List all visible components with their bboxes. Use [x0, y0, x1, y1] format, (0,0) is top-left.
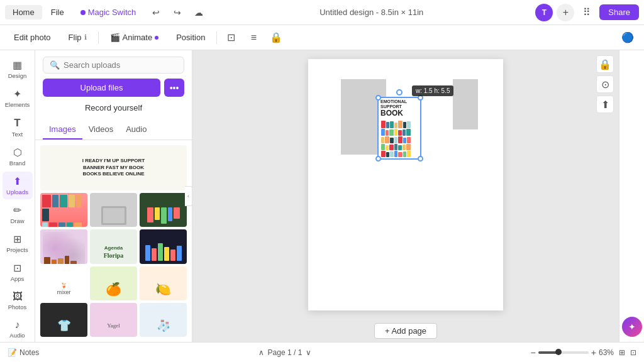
animate-active-dot [155, 36, 158, 40]
undo-button[interactable]: ↩ [147, 4, 165, 21]
handle-tl[interactable] [375, 95, 381, 101]
bookmark-text-line3: BOOK [380, 109, 418, 118]
status-center: ∧ Page 1 / 1 ∨ [258, 348, 312, 357]
chevron-up-icon[interactable]: ∧ [258, 348, 264, 357]
chevron-down-icon[interactable]: ∨ [306, 348, 311, 357]
status-right: − + 63% ⊞ ⊡ [531, 348, 636, 358]
bookmark-element-selected[interactable]: EMOTIONAL SUPPORT BOOK [377, 97, 421, 160]
tab-videos[interactable]: Videos [82, 120, 120, 140]
cloud-save-icon[interactable]: ☁ [190, 4, 208, 21]
bookmark-text-line1: EMOTIONAL [380, 99, 418, 104]
list-item[interactable]: AgendaFloripa [90, 229, 137, 263]
tab-file[interactable]: File [43, 5, 72, 19]
search-icon: 🔍 [50, 60, 60, 70]
tool-draw[interactable]: ✏ Draw [3, 200, 33, 228]
topbar-right: T + ⠿ Share [535, 4, 639, 21]
design-icon: ▦ [13, 59, 22, 71]
zoom-slider[interactable] [538, 351, 589, 354]
status-bar: 📝 Notes ∧ Page 1 / 1 ∨ − + 63% ⊞ ⊡ [0, 342, 644, 362]
tool-audio[interactable]: ♪ Audio [3, 315, 33, 342]
tabs-row: Images Videos Audio [35, 120, 192, 140]
resize-tooltip: w: 1.5 h: 5.5 [412, 85, 453, 96]
record-yourself-button[interactable]: Record yourself [43, 101, 184, 116]
handle-br[interactable] [418, 156, 423, 162]
book-stack-image [379, 119, 420, 158]
rotate-handle[interactable] [396, 89, 402, 96]
magic-assistant-icon[interactable]: ✦ [622, 317, 642, 337]
animate-button[interactable]: 🎬 Animate [104, 30, 165, 45]
projects-icon: ⊞ [13, 233, 21, 245]
share-button[interactable]: Share [599, 4, 639, 20]
zoom-level: 63% [599, 348, 614, 357]
zoom-out-button[interactable]: − [531, 348, 536, 358]
list-item[interactable]: 🍋 [140, 266, 187, 300]
placeholder-shape-wide [453, 79, 478, 129]
list-item[interactable]: 🍹mixer [40, 266, 87, 300]
canvas-area: EMOTIONAL SUPPORT BOOK [192, 50, 619, 342]
lock-icon[interactable]: 🔒 [267, 29, 285, 47]
list-item[interactable]: Yagel [90, 303, 137, 337]
export-icon[interactable]: ⬆ [596, 96, 614, 113]
transform-icon[interactable]: ⊡ [222, 29, 240, 47]
uploads-header: 🔍 Upload files ••• Record yourself [35, 50, 192, 120]
settings-icon[interactable]: ≡ [245, 29, 262, 47]
zoom-control: − + 63% [531, 348, 614, 358]
redo-button[interactable]: ↪ [169, 4, 186, 21]
canvas-page[interactable]: EMOTIONAL SUPPORT BOOK [308, 59, 503, 310]
tool-projects[interactable]: ⊞ Projects [3, 229, 33, 257]
lock-canvas-icon[interactable]: 🔒 [596, 55, 614, 73]
panel-collapse-button[interactable]: ‹ [185, 186, 192, 206]
handle-bl[interactable] [375, 156, 381, 162]
list-item[interactable] [40, 229, 87, 263]
upload-files-button[interactable]: Upload files [43, 79, 160, 97]
copy-icon[interactable]: ⊙ [596, 75, 614, 93]
photos-icon: 🖼 [13, 291, 23, 302]
present-button[interactable]: ⠿ [578, 4, 596, 21]
right-panel: ✦ [619, 50, 644, 342]
help-icon[interactable]: 🔵 [619, 29, 636, 47]
tool-uploads[interactable]: ⬆ Uploads [3, 172, 33, 199]
add-collaborator-button[interactable]: + [557, 4, 574, 21]
list-item[interactable] [140, 193, 187, 227]
list-item[interactable] [140, 229, 187, 263]
list-item[interactable]: 🧦 [140, 303, 187, 337]
add-page-button[interactable]: + Add page [374, 323, 437, 339]
tool-apps[interactable]: ⊡ Apps [3, 258, 33, 286]
more-options-button[interactable]: ••• [164, 79, 184, 97]
topbar: Home File Magic Switch ↩ ↪ ☁ Untitled de… [0, 0, 644, 25]
tab-home[interactable]: Home [5, 5, 42, 19]
add-page-bar: + Add page [192, 319, 619, 342]
list-item[interactable]: 🍊 [90, 266, 137, 300]
list-item[interactable]: I READY I'M UP SUPPORTBANNER FAST MY BOO… [40, 145, 187, 190]
avatar[interactable]: T [535, 4, 553, 21]
flip-button[interactable]: Flip ℹ [62, 30, 93, 45]
elements-icon: ✦ [13, 88, 21, 100]
search-input[interactable] [64, 60, 177, 70]
zoom-in-button[interactable]: + [591, 348, 596, 358]
tab-images[interactable]: Images [43, 120, 82, 140]
tool-elements[interactable]: ✦ Elements [3, 84, 33, 112]
tab-audio[interactable]: Audio [119, 120, 153, 140]
uploads-panel: 🔍 Upload files ••• Record yourself Image… [35, 50, 192, 342]
list-item[interactable]: 👕 [40, 303, 87, 337]
notes-button[interactable]: 📝 Notes [8, 348, 39, 357]
zoom-handle[interactable] [555, 349, 562, 355]
fullscreen-button[interactable]: ⊞ [619, 348, 625, 357]
view-options-button[interactable]: ⊡ [630, 348, 636, 357]
tool-text[interactable]: T Text [3, 113, 33, 141]
image-grid: I READY I'M UP SUPPORTBANNER FAST MY BOO… [35, 140, 192, 342]
svg-rect-1 [103, 208, 125, 223]
edit-photo-button[interactable]: Edit photo [8, 30, 57, 45]
notes-icon: 📝 [8, 348, 17, 357]
list-item[interactable] [90, 193, 137, 227]
tool-design[interactable]: ▦ Design [3, 55, 33, 83]
brand-icon: ⬡ [13, 146, 22, 158]
position-button[interactable]: Position [170, 30, 211, 45]
tool-photos[interactable]: 🖼 Photos [3, 287, 33, 314]
subtoolbar: Edit photo Flip ℹ 🎬 Animate Position ⊡ ≡… [0, 25, 644, 50]
tool-brand[interactable]: ⬡ Brand [3, 143, 33, 170]
divider [98, 31, 99, 44]
list-item[interactable] [40, 193, 87, 227]
flip-info-icon: ℹ [84, 33, 87, 41]
tab-magic-switch[interactable]: Magic Switch [73, 5, 144, 19]
